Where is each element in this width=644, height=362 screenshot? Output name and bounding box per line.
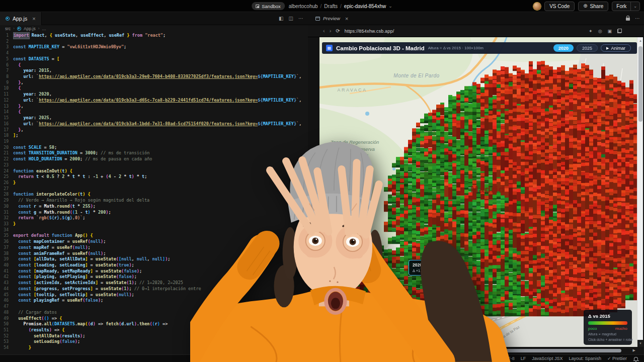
breadcrumb-file[interactable]: App.js — [24, 26, 36, 31]
status-eol[interactable]: LF — [521, 356, 526, 361]
sparkle-icon[interactable]: ✦ — [589, 29, 593, 34]
legend-note-2: Click dcho + arrastrar = rotar — [588, 338, 627, 341]
status-cursor-position[interactable]: Ln 1, Col 1 — [448, 356, 470, 361]
breadcrumb-src[interactable]: src — [5, 26, 11, 31]
status-indentation[interactable]: Spaces: 2 — [475, 356, 496, 361]
scrollbar-corner — [637, 347, 644, 354]
code-line: 19 — [0, 139, 308, 145]
close-icon[interactable]: × — [345, 16, 348, 22]
close-icon[interactable]: × — [32, 16, 35, 22]
legend-note-1: Altura ∝ magnitud — [588, 332, 627, 336]
code-line: 29 // Verde → Amarillo → Rojo según magn… — [0, 198, 308, 204]
open-new-window-icon[interactable] — [617, 29, 622, 33]
code-line: 51 (results) => { — [0, 327, 308, 333]
status-bar: Ln 1, Col 1 Spaces: 2 UTF-8 LF JavaScrip… — [0, 354, 644, 362]
share-button-label: Share — [590, 4, 604, 9]
code-line: 53 setLoading(false); — [0, 339, 308, 345]
preview-more-icon[interactable]: ⋯ — [635, 16, 640, 21]
browser-icon — [315, 17, 320, 21]
code-line: 50 Promise.all(DATASETS.map((d) => fetch… — [0, 321, 308, 327]
breadcrumb-chevron-icon: › — [13, 26, 15, 31]
animate-button[interactable]: ▶Animar — [601, 44, 631, 52]
scroll-down-icon[interactable]: ▼ — [637, 340, 643, 347]
code-line: 26} — [0, 180, 308, 186]
fork-button[interactable]: Fork ⌄ — [612, 2, 640, 11]
globe-icon: ⊕ — [583, 4, 587, 9]
code-line: 6 { — [0, 62, 308, 68]
vscode-button[interactable]: VS Code — [544, 2, 575, 11]
code-line: 34 — [0, 227, 308, 233]
back-icon[interactable]: ‹ — [323, 28, 325, 34]
map-app-title: Cambio Poblacional 3D - Madrid — [336, 45, 425, 51]
breadcrumb-folder[interactable]: Drafts — [324, 4, 338, 9]
fork-button-label[interactable]: Fork — [612, 2, 630, 11]
breadcrumb-sandbox-name[interactable]: epic-david-854xhw — [344, 4, 386, 9]
breadcrumb-symbol[interactable]: … — [42, 26, 46, 31]
avatar[interactable] — [533, 3, 541, 10]
map-tooltip: 2020 vs 2015 Δ +1.475.240 hab/px — [409, 260, 451, 276]
url-input[interactable]: https://854xhw.csb.app/ — [345, 29, 394, 34]
editor-more-icon[interactable]: ⋯ — [298, 16, 303, 21]
share-button[interactable]: ⊕ Share — [578, 2, 608, 11]
horizontal-scroll-thumb[interactable] — [324, 349, 621, 352]
sandbox-badge[interactable]: Sandbox — [252, 2, 285, 10]
scroll-right-icon[interactable]: ▶ — [633, 348, 635, 352]
breadcrumb-user[interactable]: albertocohub — [289, 4, 318, 9]
legend-high-label: mucho — [615, 326, 627, 331]
year-2020-button[interactable]: 2020 — [553, 44, 574, 52]
code-line: 42 const [playing, setPlaying] = useStat… — [0, 274, 308, 280]
code-line: 43 const [activeIdx, setActiveIdx] = use… — [0, 280, 308, 286]
vertical-scrollbar[interactable]: ▲ ▼ — [637, 37, 643, 347]
tooltip-title: 2020 vs 2015 — [413, 262, 447, 267]
lock-icon[interactable] — [626, 18, 630, 21]
code-line: 10 { — [0, 85, 308, 92]
forward-icon[interactable]: › — [330, 28, 332, 34]
split-editor-left-icon[interactable]: ◧ — [279, 16, 283, 21]
editor-tab-bar: App.js × ◧ ◫ ⋯ — [0, 12, 308, 25]
breadcrumb-separator: / — [340, 4, 342, 9]
code-area[interactable]: 1import React, { useState, useEffect, us… — [0, 32, 308, 351]
code-line: 13 }, — [0, 104, 308, 110]
map-app-header: ▦ Cambio Poblacional 3D - Madrid Altura … — [322, 42, 637, 54]
code-line: 40 const [loading, setLoading] = useStat… — [0, 262, 308, 268]
editor-pane: App.js × ◧ ◫ ⋯ src › App.js › … 1import … — [0, 12, 308, 354]
code-line: 28function interpolateColor(t) { — [0, 192, 308, 198]
preview-url-bar: ‹ › ⟳ https://854xhw.csb.app/ ✦ ◎ ▣ — [308, 25, 644, 37]
tab-appjs-label: App.js — [13, 16, 27, 22]
tab-appjs[interactable]: App.js × — [0, 12, 42, 25]
horizontal-scrollbar[interactable]: ▶ — [319, 347, 637, 354]
year-2025-button[interactable]: 2025 — [577, 44, 598, 52]
map-app-icon: ▦ — [326, 45, 333, 51]
devtools-icon[interactable]: ▣ — [607, 29, 612, 34]
code-line: 41 const [mapReady, setMapReady] = useSt… — [0, 268, 308, 275]
scroll-up-icon[interactable]: ▲ — [637, 37, 643, 44]
status-encoding[interactable]: UTF-8 — [502, 356, 515, 361]
legend-gradient-bar — [588, 321, 627, 325]
reload-icon[interactable]: ⟳ — [336, 28, 340, 34]
code-line: 3const MAPTILER_KEY = "vwL6it1xtHOJWmio9… — [0, 44, 308, 50]
status-language-mode[interactable]: JavaScript JSX — [532, 356, 562, 361]
tab-preview[interactable]: Preview × — [310, 12, 353, 25]
map-legend: Δ vs 2015 poco mucho Altura ∝ magnitud C… — [584, 310, 632, 345]
code-line: 18]; — [0, 133, 308, 139]
code-line: 33} — [0, 221, 308, 227]
vertical-scroll-thumb[interactable] — [638, 46, 642, 122]
status-keyboard-layout[interactable]: Layout: Spanish — [569, 356, 601, 361]
code-line: 37 const mapRef = useRef(null); — [0, 245, 308, 251]
workspace-breadcrumb: Sandbox albertocohub / Drafts / epic-dav… — [252, 0, 392, 12]
code-line: 5const DATASETS = [ — [0, 56, 308, 62]
fork-chevron-down-icon[interactable]: ⌄ — [630, 2, 639, 11]
code-line: 30 const r = Math.round(t * 255); — [0, 204, 308, 210]
react-file-icon — [6, 17, 10, 21]
code-line: 31 const g = Math.round((1 - t) * 200); — [0, 210, 308, 216]
inspect-target-icon[interactable]: ◎ — [598, 29, 602, 34]
chevron-down-icon[interactable]: ⌄ — [388, 4, 392, 9]
status-prettier[interactable]: ✓ Prettier — [607, 356, 627, 361]
code-line: 22const HOLD_DURATION = 2000; // ms de p… — [0, 156, 308, 162]
code-line: 2 — [0, 39, 308, 45]
code-line: 39 const [allData, setAllData] = useStat… — [0, 256, 308, 262]
notifications-bell-icon[interactable] — [634, 357, 638, 360]
animate-button-label: Animar — [611, 46, 625, 51]
code-line: 8 url: `https://api.maptiler.com/data/01… — [0, 74, 308, 80]
split-editor-right-icon[interactable]: ◫ — [289, 16, 293, 21]
